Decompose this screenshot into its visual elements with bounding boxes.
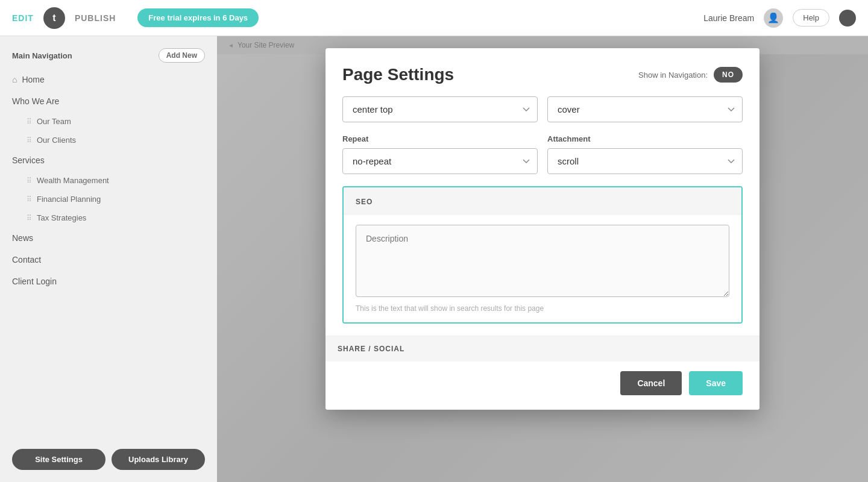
position-select[interactable]: center top center center center bottom l… — [342, 96, 538, 122]
sidebar-item-financial-planning[interactable]: Financial Planning — [0, 190, 217, 208]
edit-button[interactable]: EDIT — [12, 13, 34, 23]
sidebar-section-title: Main Navigation Add New — [0, 48, 217, 69]
repeat-select[interactable]: no-repeat repeat repeat-x repeat-y — [342, 148, 538, 174]
uploads-library-button[interactable]: Uploads Library — [112, 449, 205, 470]
size-select[interactable]: cover contain auto — [547, 96, 743, 122]
seo-hint: This is the text that will show in searc… — [356, 304, 729, 313]
position-select-group: center top center center center bottom l… — [342, 96, 538, 122]
main-content: ◂ Your Site Preview Page Settings Show i… — [217, 36, 868, 482]
top-bar-right: Laurie Bream 👤 Help — [703, 8, 856, 28]
show-nav-label: Show in Navigation: — [638, 70, 708, 80]
modal-overlay: Page Settings Show in Navigation: NO cen… — [217, 36, 868, 482]
sidebar-item-tax-strategies[interactable]: Tax Strategies — [0, 208, 217, 227]
sidebar-item-label: Wealth Management — [37, 176, 109, 185]
sidebar-item-client-login[interactable]: Client Login — [0, 271, 217, 292]
sidebar-item-services[interactable]: Services — [0, 149, 217, 171]
share-social-label: SHARE / SOCIAL — [338, 345, 404, 353]
seo-body: This is the text that will show in searc… — [344, 215, 741, 322]
modal-footer: Cancel Save — [326, 362, 760, 410]
show-nav-toggle[interactable]: NO — [714, 67, 743, 83]
sidebar-item-label: News — [12, 233, 33, 243]
site-settings-button[interactable]: Site Settings — [12, 449, 105, 470]
trial-badge: Free trial expires in 6 Days — [137, 8, 259, 27]
sidebar-title-label: Main Navigation — [12, 51, 72, 60]
show-in-navigation-row: Show in Navigation: NO — [638, 67, 743, 83]
help-button[interactable]: Help — [793, 9, 829, 27]
attachment-field-group: Attachment scroll fixed local — [547, 134, 743, 174]
add-new-button[interactable]: Add New — [159, 48, 205, 63]
publish-button[interactable]: PUBLISH — [75, 13, 116, 23]
sidebar-item-label: Services — [12, 155, 45, 165]
seo-label: SEO — [356, 198, 373, 206]
sidebar-item-our-clients[interactable]: Our Clients — [0, 131, 217, 149]
cancel-button[interactable]: Cancel — [620, 371, 682, 395]
top-bar-left: EDIT t PUBLISH Free trial expires in 6 D… — [12, 7, 259, 29]
user-name: Laurie Bream — [703, 13, 754, 23]
sidebar-item-label: Tax Strategies — [37, 213, 86, 222]
sidebar-item-label: Our Clients — [37, 136, 76, 145]
sidebar-item-label: Financial Planning — [37, 195, 101, 204]
sidebar-item-contact[interactable]: Contact — [0, 249, 217, 271]
repeat-attachment-row: Repeat no-repeat repeat repeat-x repeat-… — [326, 134, 760, 186]
sidebar: Main Navigation Add New ⌂ Home Who We Ar… — [0, 36, 217, 482]
sidebar-item-label: Who We Are — [12, 96, 59, 106]
sidebar-item-label: Client Login — [12, 277, 57, 286]
modal-title: Page Settings — [342, 65, 454, 84]
home-icon: ⌂ — [12, 75, 17, 84]
user-icon[interactable]: 👤 — [764, 8, 783, 28]
seo-section: SEO This is the text that will show in s… — [342, 186, 743, 324]
sidebar-item-label: Contact — [12, 255, 41, 264]
sidebar-item-wealth-management[interactable]: Wealth Management — [0, 171, 217, 190]
position-size-row: center top center center center bottom l… — [326, 96, 760, 134]
attachment-select[interactable]: scroll fixed local — [547, 148, 743, 174]
page-settings-modal: Page Settings Show in Navigation: NO cen… — [326, 48, 760, 410]
save-button[interactable]: Save — [689, 371, 743, 395]
modal-header: Page Settings Show in Navigation: NO — [326, 48, 760, 96]
sidebar-item-news[interactable]: News — [0, 227, 217, 249]
sidebar-item-home[interactable]: ⌂ Home — [0, 69, 217, 90]
attachment-label: Attachment — [547, 134, 743, 143]
logo: t — [43, 7, 65, 29]
menu-dot[interactable] — [839, 10, 856, 27]
sidebar-item-label: Home — [22, 75, 44, 84]
seo-description-input[interactable] — [356, 225, 729, 297]
share-social-section: SHARE / SOCIAL — [326, 336, 760, 362]
top-bar: EDIT t PUBLISH Free trial expires in 6 D… — [0, 0, 868, 36]
sidebar-bottom: Site Settings Uploads Library — [12, 449, 205, 470]
sidebar-item-our-team[interactable]: Our Team — [0, 112, 217, 131]
sidebar-item-label: Our Team — [37, 117, 71, 126]
seo-header: SEO — [344, 187, 741, 215]
repeat-field-group: Repeat no-repeat repeat repeat-x repeat-… — [342, 134, 538, 174]
sidebar-item-who-we-are[interactable]: Who We Are — [0, 90, 217, 112]
size-select-group: cover contain auto — [547, 96, 743, 122]
repeat-label: Repeat — [342, 134, 538, 143]
